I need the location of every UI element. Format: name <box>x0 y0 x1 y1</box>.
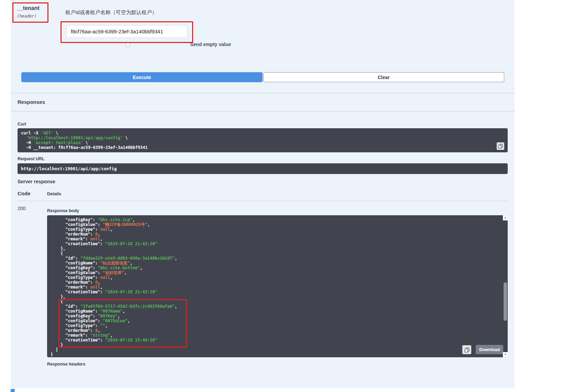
responses-title: Responses <box>18 99 45 105</box>
param-location: (header) <box>17 14 44 19</box>
code-line: "creationTime": "2024-07-28 21:43:20" <box>51 241 504 246</box>
execute-row: Execute Clear <box>21 72 504 82</box>
code-line: -H __tenant: f8cf76aa-ac59-6399-23ef-3a1… <box>21 145 504 150</box>
code-line: 'http://localhost:19001/api/app/config' … <box>21 135 504 140</box>
server-response-label: Server response <box>18 179 55 184</box>
clear-button[interactable]: Clear <box>263 72 505 82</box>
execute-button[interactable]: Execute <box>21 72 263 82</box>
send-empty-value-checkbox[interactable] <box>125 43 130 47</box>
tenant-value-input[interactable] <box>66 25 187 38</box>
code-line: "configType": null, <box>51 227 504 232</box>
code-line: "orderNum": 0, <box>51 280 504 285</box>
response-headers-label: Response headers <box>47 362 85 367</box>
operation-panel: __tenant (header) 租户id或者租户名称（可空为默认租户） Se… <box>11 0 515 388</box>
request-url-block: http://localhost:19001/api/app/config <box>18 163 508 174</box>
code-line: }, <box>51 294 504 299</box>
code-line: "configName": "站点底部信息", <box>51 261 504 265</box>
code-line: ] <box>51 347 504 352</box>
curl-command-block: curl -X 'GET' \ 'http://localhost:19001/… <box>18 128 508 152</box>
code-line: "configType": null, <box>51 275 504 280</box>
response-body-label: Response body <box>47 208 79 213</box>
param-description: 租户id或者租户名称（可空为默认租户） <box>65 9 157 16</box>
request-url-value: http://localhost:19001/api/app/config <box>21 166 504 171</box>
scroll-up-icon[interactable]: ▲ <box>503 215 508 220</box>
code-line: curl -X 'GET' \ <box>21 131 504 135</box>
code-line: "remark": null, <box>51 237 504 241</box>
code-line: "configKey": "bbs.site.bottom", <box>51 265 504 270</box>
code-line: { <box>51 251 504 256</box>
copy-curl-button[interactable] <box>497 142 504 150</box>
status-code: 200 <box>18 206 25 211</box>
divider <box>11 93 515 93</box>
response-body-block: "configKey": "bbs.site.icp", "configValu… <box>47 215 508 357</box>
annotation-box-response-item <box>58 299 187 348</box>
download-button[interactable]: Download <box>476 345 503 354</box>
code-line: -H 'accept: text/plain' \ <box>21 140 504 145</box>
copy-response-button[interactable] <box>462 345 471 354</box>
curl-label: Curl <box>18 122 26 127</box>
clipboard-icon <box>464 347 470 352</box>
code-column-header: Code <box>18 190 31 196</box>
response-body-scrollbar[interactable]: ▲ ▼ <box>503 215 508 357</box>
code-line: "orderNum": 0, <box>51 232 504 237</box>
code-line: "remark": null, <box>51 285 504 290</box>
divider <box>18 201 508 201</box>
code-line: "configValue": "赣ICP备20008025号", <box>51 222 504 227</box>
param-name: __tenant <box>17 5 44 11</box>
clipboard-icon <box>498 144 503 149</box>
code-line: }, <box>51 246 504 251</box>
annotation-box-tenant-value <box>60 21 193 43</box>
code-line: "configValue": "你好世界", <box>51 270 504 275</box>
scrollbar-thumb[interactable] <box>504 282 507 321</box>
annotation-box-tenant-param: __tenant (header) <box>12 2 48 23</box>
request-url-label: Request URL <box>18 156 44 161</box>
next-operation-fragment <box>11 389 15 392</box>
code-line: } <box>51 352 504 357</box>
send-empty-value-label: Send empty value <box>190 42 231 47</box>
code-line: "configKey": "bbs.site.icp", <box>51 217 504 222</box>
divider <box>11 111 515 111</box>
code-line: "creationTime": "2024-07-28 21:43:20" <box>51 290 504 294</box>
curl-command-text: curl -X 'GET' \ 'http://localhost:19001/… <box>21 131 504 150</box>
details-column-header: Details <box>47 192 61 196</box>
scroll-down-icon[interactable]: ▼ <box>503 352 508 357</box>
code-line: "id": "fddae229-a2e9-ddb3-648a-3a140bc1b… <box>51 256 504 261</box>
